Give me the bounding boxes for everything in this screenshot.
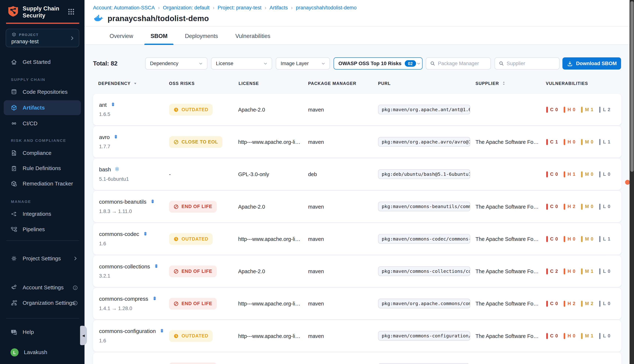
sidebar-section-risk-compliance: RISK AND COMPLIANCE [11, 138, 66, 142]
slash-circle-icon [174, 139, 179, 144]
project-name: pranay-test [12, 38, 75, 44]
purl-chip[interactable]: pkg:maven/commons-fileupload/… [378, 363, 469, 364]
box-wrench-icon [11, 180, 17, 187]
sidebar-item-code-repositories[interactable]: Code Repositories [0, 84, 85, 100]
sidebar-item-integrations[interactable]: Integrations [0, 206, 85, 222]
tab-sbom[interactable]: SBOM [147, 26, 171, 45]
purl-chip[interactable]: pkg:maven/commons-beanutils/comm… [378, 202, 470, 211]
table-row[interactable]: bash5.1-6ubuntu1 - GPL-3.0-only deb pkg:… [93, 158, 621, 190]
project-selector[interactable]: PROJECT pranay-test [6, 28, 79, 47]
app-switcher-grid-icon[interactable] [68, 8, 75, 16]
sidebar-divider [6, 318, 79, 318]
breadcrumb-project[interactable]: Project: pranay-test [218, 5, 262, 10]
license-cell: http---www.apache.org-lice… [238, 126, 302, 158]
license-cell: Apache-2.0 [238, 191, 265, 222]
vulnerability-counts: C0 H1 M0 L0 [546, 158, 611, 190]
sidebar-item-label: Pipelines [23, 226, 45, 232]
purl-chip[interactable]: pkg:maven/commons-collections/co… [378, 266, 470, 276]
sidebar-collapse-handle[interactable]: ◀ [80, 326, 87, 345]
sidebar: Supply Chain Security PROJECT pranay-tes… [0, 0, 85, 364]
slash-circle-icon [174, 268, 179, 274]
sidebar-item-project-settings[interactable]: Project Settings [0, 251, 85, 266]
package-manager-search-input[interactable] [438, 60, 484, 66]
sidebar-item-label: Account Settings [23, 284, 64, 290]
supplier-cell: The Apache Software Foun… [475, 191, 539, 222]
purl-chip[interactable]: pkg:deb/ubuntu/bash@5.1-6ubuntu1 [378, 169, 470, 179]
vulnerability-counts: C0 H2 M2 L0 [546, 288, 611, 319]
sidebar-item-pipelines[interactable]: Pipelines [0, 222, 85, 237]
purl-chip[interactable]: pkg:maven/org.apache.avro/avro@1… [378, 137, 470, 147]
table-row[interactable]: commons-configuration1.6 OUTDATED http--… [93, 320, 621, 352]
oss-risk-badge: END OF LIFE [169, 362, 217, 364]
sidebar-item-organization-settings[interactable]: Organization Settings [0, 296, 85, 310]
tab-deployments[interactable]: Deployments [181, 26, 222, 45]
sidebar-item-label: Rule Definitions [23, 165, 61, 171]
breadcrumb-separator: › [265, 5, 266, 10]
app-title: Supply Chain Security [23, 5, 59, 19]
layers-outline-icon [114, 166, 120, 173]
breadcrumb-organization[interactable]: Organization: default [163, 5, 209, 10]
clock-icon [174, 333, 179, 338]
purl-chip[interactable]: pkg:maven/org.apache.ant/ant@1.6… [378, 105, 470, 114]
sidebar-item-get-started[interactable]: Get Started [0, 54, 85, 70]
dependency-name: commons-codec [99, 231, 139, 237]
sidebar-item-remediation-tracker[interactable]: Remediation Tracker [0, 176, 85, 191]
supplier-search-input[interactable] [507, 60, 553, 66]
table-row[interactable]: commons-codec1.6 OUTDATED http---www.apa… [93, 223, 621, 255]
vulnerability-counts: C2 H0 M1 L0 [546, 256, 611, 287]
sidebar-item-artifacts[interactable]: Artifacts [4, 100, 81, 115]
tab-overview[interactable]: Overview [106, 26, 137, 45]
license-cell: Apache-2.0 [238, 256, 265, 287]
table-row[interactable]: commons-fileupload END OF LIFE Apache-2.… [93, 352, 621, 364]
page-scrollbar[interactable] [629, 0, 634, 364]
clock-icon [174, 236, 179, 242]
breadcrumb-account[interactable]: Account: Automation-SSCA [93, 5, 155, 10]
table-row[interactable]: ant1.6.5 OUTDATED Apache-2.0 maven pkg:m… [93, 94, 621, 125]
sidebar-item-user[interactable]: L Lavakush [0, 345, 85, 360]
sidebar-item-help[interactable]: Help [0, 324, 85, 340]
sidebar-item-compliance[interactable]: Compliance [0, 146, 85, 160]
oss-risk-badge: CLOSE TO EOL [169, 136, 223, 148]
dependency-name: commons-compress [99, 296, 148, 302]
sort-caret-icon[interactable] [133, 81, 138, 86]
download-sbom-button[interactable]: Download SBOM [562, 58, 621, 70]
license-filter-dropdown[interactable]: License [211, 58, 272, 70]
notification-dot[interactable] [625, 180, 630, 184]
owasp-count-badge: 02 [405, 60, 416, 66]
sidebar-item-account-settings[interactable]: Account Settings [0, 280, 85, 295]
breadcrumb-artifacts[interactable]: Artifacts [269, 5, 288, 10]
table-row[interactable]: commons-collections3.2.1 END OF LIFE Apa… [93, 256, 621, 287]
vulnerability-counts: C1 H0 M0 L1 [546, 126, 611, 158]
dependency-name: ant [99, 102, 107, 108]
table-row[interactable]: avro1.7.7 CLOSE TO EOL http---www.apache… [93, 126, 621, 158]
breadcrumb-separator: › [291, 5, 293, 10]
info-icon[interactable] [72, 300, 78, 306]
col-supplier[interactable]: SUPPLIER [475, 81, 506, 86]
purl-chip[interactable]: pkg:maven/org.apache.commons/com… [378, 299, 470, 308]
breadcrumb-current[interactable]: pranaycshah/todolist-demo [296, 5, 357, 10]
sidebar-item-label: Integrations [23, 211, 51, 217]
info-icon[interactable] [72, 285, 78, 290]
purl-chip[interactable]: pkg:maven/commons-codec/commons-… [378, 234, 470, 244]
clipboard-check-icon [11, 165, 17, 172]
tabs-bar: Overview SBOM Deployments Vulnerabilitie… [85, 26, 634, 45]
col-dependency[interactable]: DEPENDENCY [98, 81, 138, 86]
sidebar-item-cicd[interactable]: CI/CD [0, 116, 85, 131]
sort-updown-icon[interactable] [501, 81, 506, 86]
oss-risk-badge: OUTDATED [169, 233, 213, 245]
code-repo-icon [11, 88, 17, 95]
oss-risk-badge: END OF LIFE [169, 265, 217, 277]
owasp-risks-filter-dropdown[interactable]: OWASP OSS Top 10 Risks 02 [334, 58, 423, 70]
gear-icon [11, 255, 17, 262]
scrollbar-thumb[interactable] [630, 1, 633, 172]
purl-chip[interactable]: pkg:maven/commons-configuration/… [378, 331, 470, 341]
image-layer-filter-dropdown[interactable]: Image Layer [276, 58, 330, 70]
sidebar-item-label: Remediation Tracker [23, 181, 73, 187]
layers-icon [110, 102, 116, 108]
tab-vulnerabilities[interactable]: Vulnerabilities [232, 26, 274, 45]
table-row[interactable]: commons-beanutils1.8.3 → 1.11.0 END OF L… [93, 191, 621, 222]
table-row[interactable]: commons-compress1.4.1 → 1.28.0 END OF LI… [93, 288, 621, 319]
total-count: Total: 82 [93, 60, 118, 66]
sidebar-item-rule-definitions[interactable]: Rule Definitions [0, 161, 85, 176]
dependency-filter-dropdown[interactable]: Dependency [145, 58, 207, 70]
